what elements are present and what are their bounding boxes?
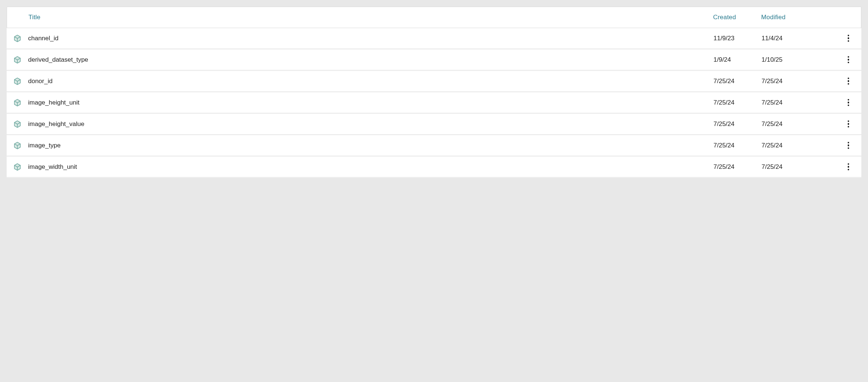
kebab-icon xyxy=(848,102,850,103)
kebab-icon xyxy=(848,40,850,42)
kebab-icon xyxy=(848,142,850,144)
kebab-icon xyxy=(848,120,850,122)
table-row[interactable]: derived_dataset_type 1/9/24 1/10/25 xyxy=(7,50,861,71)
row-type-icon-cell xyxy=(7,34,28,43)
column-header-created[interactable]: Created xyxy=(713,14,761,21)
row-title: derived_dataset_type xyxy=(28,56,713,64)
row-created: 1/9/24 xyxy=(713,56,762,64)
cube-icon xyxy=(13,98,22,107)
column-header-modified[interactable]: Modified xyxy=(761,14,835,21)
kebab-icon xyxy=(848,78,850,79)
table-row[interactable]: image_width_unit 7/25/24 7/25/24 xyxy=(7,157,861,178)
row-actions-menu-button[interactable] xyxy=(844,75,853,87)
row-type-icon-cell xyxy=(7,120,28,129)
column-header-title[interactable]: Title xyxy=(28,14,713,21)
row-modified: 7/25/24 xyxy=(762,120,835,128)
row-actions-menu-button[interactable] xyxy=(844,140,853,151)
row-title: image_height_value xyxy=(28,120,713,128)
row-modified: 7/25/24 xyxy=(762,163,835,171)
row-created: 7/25/24 xyxy=(713,99,762,106)
row-type-icon-cell xyxy=(7,98,28,107)
kebab-icon xyxy=(848,166,850,168)
row-actions-menu-button[interactable] xyxy=(844,54,853,66)
row-actions-cell xyxy=(835,54,861,66)
table-row[interactable]: image_height_value 7/25/24 7/25/24 xyxy=(7,114,861,135)
row-actions-cell xyxy=(835,33,861,44)
row-created: 7/25/24 xyxy=(713,142,762,149)
cube-icon xyxy=(13,120,22,129)
kebab-icon xyxy=(848,105,850,106)
kebab-icon xyxy=(848,37,850,39)
kebab-icon xyxy=(848,56,850,58)
row-type-icon-cell xyxy=(7,163,28,171)
row-actions-cell xyxy=(835,97,861,109)
table-row[interactable]: donor_id 7/25/24 7/25/24 xyxy=(7,71,861,92)
row-modified: 11/4/24 xyxy=(762,35,835,42)
cube-icon xyxy=(13,163,22,171)
kebab-icon xyxy=(848,126,850,128)
table-body: channel_id 11/9/23 11/4/24 derived_datas… xyxy=(7,28,861,178)
row-created: 7/25/24 xyxy=(713,163,762,171)
table-row[interactable]: image_height_unit 7/25/24 7/25/24 xyxy=(7,92,861,114)
kebab-icon xyxy=(848,59,850,61)
cube-icon xyxy=(13,34,22,43)
row-actions-cell xyxy=(835,118,861,130)
row-created: 7/25/24 xyxy=(713,120,762,128)
page-wrap: Title Created Modified channel_id 11/9/2… xyxy=(0,0,868,185)
row-title: image_width_unit xyxy=(28,163,713,171)
row-created: 11/9/23 xyxy=(713,35,762,42)
kebab-icon xyxy=(848,169,850,171)
row-actions-menu-button[interactable] xyxy=(844,118,853,130)
kebab-icon xyxy=(848,83,850,85)
cube-icon xyxy=(13,55,22,64)
row-modified: 1/10/25 xyxy=(762,56,835,64)
kebab-icon xyxy=(848,62,850,64)
row-actions-menu-button[interactable] xyxy=(844,161,853,173)
kebab-icon xyxy=(848,163,850,165)
kebab-icon xyxy=(848,147,850,149)
table-header-row: Title Created Modified xyxy=(7,7,861,28)
row-title: image_height_unit xyxy=(28,99,713,106)
row-modified: 7/25/24 xyxy=(762,78,835,85)
row-title: donor_id xyxy=(28,78,713,85)
row-created: 7/25/24 xyxy=(713,78,762,85)
kebab-icon xyxy=(848,123,850,125)
kebab-icon xyxy=(848,80,850,82)
kebab-icon xyxy=(848,35,850,37)
row-title: image_type xyxy=(28,142,713,149)
row-actions-cell xyxy=(835,75,861,87)
cube-icon xyxy=(13,141,22,150)
table-row[interactable]: channel_id 11/9/23 11/4/24 xyxy=(7,28,861,50)
table-row[interactable]: image_type 7/25/24 7/25/24 xyxy=(7,135,861,157)
row-modified: 7/25/24 xyxy=(762,99,835,106)
row-title: channel_id xyxy=(28,35,713,42)
row-actions-menu-button[interactable] xyxy=(844,97,853,109)
row-actions-cell xyxy=(835,161,861,173)
row-modified: 7/25/24 xyxy=(762,142,835,149)
row-type-icon-cell xyxy=(7,55,28,64)
cube-icon xyxy=(13,77,22,86)
row-type-icon-cell xyxy=(7,141,28,150)
kebab-icon xyxy=(848,99,850,101)
row-type-icon-cell xyxy=(7,77,28,86)
kebab-icon xyxy=(848,144,850,146)
row-actions-cell xyxy=(835,140,861,151)
row-actions-menu-button[interactable] xyxy=(844,33,853,44)
